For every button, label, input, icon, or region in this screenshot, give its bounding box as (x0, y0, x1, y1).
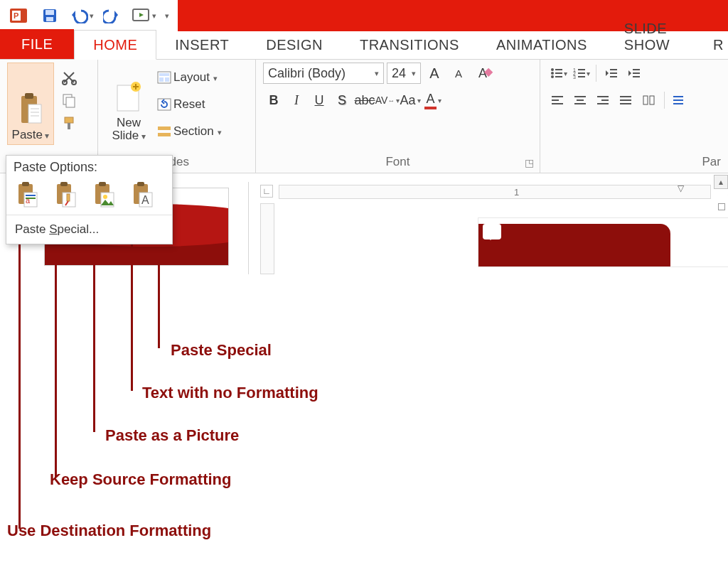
decrease-indent-button[interactable] (601, 63, 622, 84)
bold-button[interactable]: B (263, 90, 284, 111)
numbering-button[interactable]: 123▾ (570, 63, 592, 84)
line-spacing-button[interactable] (669, 90, 690, 111)
svg-rect-63 (673, 103, 683, 104)
callout-paste-as-picture: Paste as a Picture (105, 426, 239, 445)
svg-rect-65 (22, 182, 29, 186)
paste-text-only[interactable]: A (129, 180, 157, 209)
reset-button[interactable]: Reset (156, 94, 222, 115)
svg-rect-58 (620, 103, 631, 104)
font-color-button[interactable]: A▾ (422, 90, 444, 111)
tab-animations[interactable]: ANIMATIONS (478, 31, 606, 59)
tab-design[interactable]: DESIGN (247, 31, 341, 59)
svg-rect-23 (159, 73, 169, 76)
clipboard-mini-column (58, 63, 80, 132)
svg-rect-68 (26, 195, 36, 196)
svg-text:a: a (26, 196, 31, 205)
tab-transitions[interactable]: TRANSITIONS (341, 31, 478, 59)
chevron-down-icon[interactable]: ▾ (375, 69, 379, 78)
ruler-indent-marker[interactable]: ▽ (678, 183, 684, 193)
svg-rect-34 (555, 76, 562, 77)
tab-home[interactable]: HOME (74, 30, 156, 60)
tab-slide-show[interactable]: SLIDE SHOW (606, 14, 695, 59)
italic-button[interactable]: I (286, 90, 307, 111)
columns-button[interactable] (638, 90, 660, 111)
undo-button[interactable]: ▾ (68, 3, 94, 28)
dialog-launcher-icon[interactable]: ◳ (525, 157, 534, 168)
paste-use-destination-theme[interactable]: a (14, 180, 42, 209)
tab-insert[interactable]: INSERT (156, 31, 247, 59)
callout-text-no-formatting: Text with no Formatting (142, 384, 318, 402)
svg-rect-17 (66, 97, 75, 107)
svg-rect-4 (46, 10, 54, 15)
svg-rect-79 (137, 182, 144, 186)
grow-font-button[interactable]: A (424, 63, 445, 84)
align-center-button[interactable] (570, 90, 592, 111)
new-slide-button[interactable]: NewSlide (105, 63, 152, 145)
comment-icon[interactable] (483, 224, 501, 239)
app-icon: P (6, 3, 31, 28)
font-size-value: 24 (392, 66, 406, 81)
justify-button[interactable] (616, 90, 637, 111)
svg-rect-19 (68, 123, 70, 129)
reset-label: Reset (173, 97, 205, 112)
svg-text:P: P (14, 11, 18, 20)
start-slideshow-button[interactable]: ▾ (131, 3, 156, 28)
object-handle[interactable] (718, 203, 725, 210)
svg-rect-69 (26, 198, 36, 199)
svg-rect-48 (552, 99, 559, 101)
svg-marker-7 (139, 13, 144, 17)
layout-button[interactable]: Layout (156, 67, 222, 88)
section-button[interactable]: Section (156, 121, 222, 142)
text-shadow-button[interactable]: S (331, 90, 353, 111)
qat-customize[interactable]: ▾ (162, 3, 172, 28)
copy-button[interactable] (58, 91, 80, 109)
clear-formatting-button[interactable]: A◆ (472, 63, 493, 84)
align-right-button[interactable] (593, 90, 614, 111)
paste-button[interactable]: Paste (7, 63, 54, 145)
save-button[interactable] (37, 3, 63, 28)
paste-as-picture[interactable] (90, 180, 119, 209)
tab-file[interactable]: FILE (0, 29, 74, 59)
clipboard-icon (17, 90, 44, 127)
format-painter-button[interactable] (58, 114, 80, 132)
svg-rect-5 (46, 17, 53, 21)
character-spacing-button[interactable]: AV↔▾ (377, 90, 398, 111)
underline-button[interactable]: U (309, 90, 330, 111)
svg-rect-75 (99, 182, 106, 186)
svg-rect-52 (574, 103, 586, 104)
chevron-down-icon[interactable]: ▾ (412, 69, 416, 78)
svg-rect-30 (555, 69, 562, 70)
vertical-ruler[interactable] (260, 203, 274, 274)
svg-point-29 (551, 68, 554, 71)
svg-rect-57 (620, 99, 631, 101)
align-left-button[interactable] (547, 90, 569, 111)
slide-canvas[interactable] (478, 217, 728, 267)
font-size-combo[interactable]: 24▾ (387, 63, 421, 84)
callout-use-destination: Use Destination Formatting (7, 522, 211, 540)
ribbon-tabs: FILE HOME INSERT DESIGN TRANSITIONS ANIM… (0, 31, 728, 60)
horizontal-ruler[interactable]: 1 ▽ 1 (279, 185, 711, 199)
svg-rect-36 (578, 69, 585, 70)
ruler-corner-icon: ∟ (260, 185, 273, 198)
redo-button[interactable] (100, 3, 125, 28)
tab-review-partial[interactable]: R (695, 31, 728, 59)
change-case-button[interactable]: Aa▾ (400, 90, 421, 111)
strikethrough-button[interactable]: abc (354, 90, 375, 111)
svg-rect-24 (159, 77, 164, 82)
shrink-font-button[interactable]: A (448, 63, 469, 84)
scroll-up-button[interactable]: ▴ (714, 175, 728, 189)
bullets-button[interactable]: ▾ (547, 63, 569, 84)
increase-indent-button[interactable] (623, 63, 645, 84)
svg-rect-9 (25, 93, 33, 99)
cut-button[interactable] (58, 68, 80, 87)
paste-special-menu-item[interactable]: Paste Special... (6, 215, 172, 244)
group-font: Calibri (Body)▾ 24▾ A A A◆ B I U S abc A… (256, 60, 540, 173)
svg-rect-27 (158, 126, 171, 130)
layout-label: Layout (173, 70, 210, 85)
ruler-mark-1: 1 (514, 187, 519, 198)
svg-text:3: 3 (573, 75, 576, 80)
font-name-combo[interactable]: Calibri (Body)▾ (263, 63, 384, 84)
paste-keep-source-formatting[interactable] (52, 180, 80, 209)
svg-rect-25 (165, 77, 169, 82)
svg-rect-61 (673, 96, 683, 97)
